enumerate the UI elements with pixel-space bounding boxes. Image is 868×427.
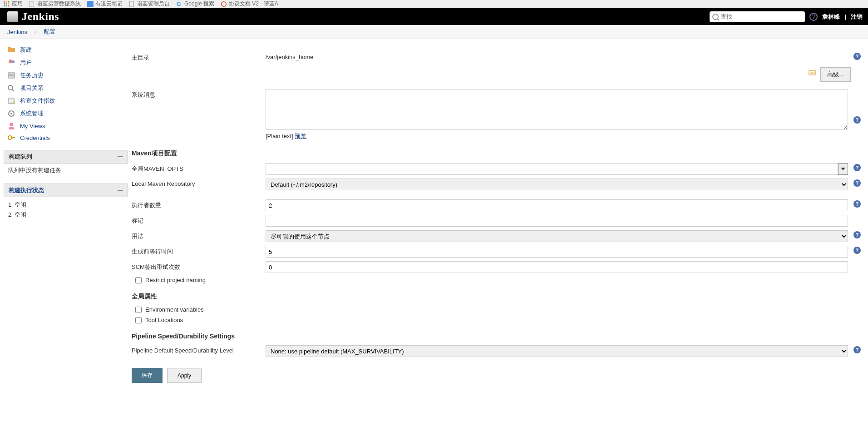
restrict-naming-checkbox[interactable] <box>135 277 142 283</box>
maven-opts-input[interactable] <box>266 163 838 175</box>
sidebar-item-fingerprint[interactable]: 检查文件指纹 <box>4 94 128 107</box>
sidebar-item-credentials[interactable]: Credentials <box>4 132 128 144</box>
preview-link[interactable]: 预览 <box>295 133 306 139</box>
users-icon <box>7 59 16 66</box>
search-box[interactable] <box>710 11 805 22</box>
divider: | <box>844 13 846 20</box>
svg-rect-3 <box>4 3 5 5</box>
svg-rect-0 <box>4 1 5 2</box>
logout-link[interactable]: 注销 <box>851 13 863 21</box>
help-icon[interactable]: ? <box>809 13 818 21</box>
sidebar-item-new[interactable]: 新建 <box>4 44 128 56</box>
usage-select[interactable]: 尽可能的使用这个节点 <box>266 230 848 242</box>
env-vars-checkbox[interactable] <box>135 307 142 313</box>
user-link[interactable]: 詹林峰 <box>822 13 840 21</box>
search-icon <box>7 84 16 92</box>
dropdown-button[interactable] <box>838 163 848 175</box>
jenkins-logo-icon <box>7 11 18 22</box>
apply-label: Apply <box>178 372 191 379</box>
fingerprint-icon <box>7 97 16 104</box>
help-icon[interactable]: ? <box>853 164 861 171</box>
svg-rect-6 <box>4 5 5 6</box>
restrict-naming-row[interactable]: Restrict project naming <box>132 275 861 285</box>
sidebar-item-history[interactable]: 任务历史 <box>4 69 128 82</box>
bookmark-2[interactable]: 谱蓝管理后台 <box>129 0 170 8</box>
collapse-icon[interactable] <box>118 156 123 157</box>
system-message-label: 系统消息 <box>132 89 266 99</box>
sidebar-item-label: 新建 <box>20 46 32 54</box>
header: Jenkins ? 詹林峰 | 注销 <box>0 8 868 25</box>
svg-point-21 <box>8 85 13 90</box>
svg-point-24 <box>13 101 15 104</box>
bookmark-3[interactable]: GGoogle 搜索 <box>176 0 214 8</box>
bookmark-bar: 应用 谱蓝运营数据系统 有道云笔记 谱蓝管理后台 GGoogle 搜索 协议文档… <box>0 0 868 8</box>
env-vars-row[interactable]: Environment variables <box>132 304 861 315</box>
tool-loc-label: Tool Locations <box>145 317 183 323</box>
help-icon[interactable]: ? <box>853 231 861 238</box>
executor-status-title[interactable]: 构建执行状态 <box>9 186 44 194</box>
sidebar-item-label: My Views <box>20 123 45 129</box>
apps-button[interactable]: 应用 <box>4 0 23 8</box>
apps-icon <box>4 1 10 7</box>
plaintext-label: [Plain text] <box>266 133 293 139</box>
svg-rect-10 <box>87 1 94 7</box>
save-button[interactable]: 保存 <box>132 368 163 383</box>
new-icon <box>7 46 16 54</box>
advanced-label: 高级... <box>827 70 844 79</box>
svg-point-17 <box>12 60 15 63</box>
help-icon[interactable]: ? <box>853 346 861 353</box>
label-label: 标记 <box>132 215 266 225</box>
bookmark-0[interactable]: 谱蓝运营数据系统 <box>29 0 81 8</box>
bookmark-4[interactable]: 协议文档 V2 - 谱蓝A <box>221 0 278 8</box>
bookmark-1[interactable]: 有道云笔记 <box>87 0 123 8</box>
svg-point-13 <box>222 1 227 6</box>
system-message-input[interactable] <box>266 89 848 130</box>
usage-label: 用法 <box>132 230 266 240</box>
collapse-icon[interactable] <box>118 190 123 191</box>
local-repo-select[interactable]: Default (~/.m2/repository) <box>266 179 848 190</box>
executors-input[interactable] <box>266 199 848 211</box>
search-input[interactable] <box>719 13 802 20</box>
scm-retry-label: SCM签出重试次数 <box>132 261 266 271</box>
scm-retry-input[interactable] <box>266 261 848 273</box>
sidebar-item-manage[interactable]: 系统管理 <box>4 107 128 120</box>
label-input[interactable] <box>266 215 848 227</box>
search-icon <box>712 14 719 20</box>
sidebar-item-label: 系统管理 <box>20 109 44 118</box>
breadcrumb-current[interactable]: 配置 <box>44 28 55 36</box>
help-icon[interactable]: ? <box>853 200 861 208</box>
svg-rect-4 <box>6 3 7 5</box>
tool-loc-checkbox[interactable] <box>135 317 142 323</box>
advanced-button[interactable]: 高级... <box>820 67 851 82</box>
svg-rect-7 <box>6 5 7 6</box>
svg-point-28 <box>9 127 14 129</box>
svg-rect-11 <box>130 1 134 6</box>
help-icon[interactable]: ? <box>853 247 861 254</box>
breadcrumb: Jenkins › 配置 <box>0 25 868 39</box>
pipeline-section-title: Pipeline Speed/Durability Settings <box>132 333 861 340</box>
note-icon <box>87 1 94 7</box>
svg-point-16 <box>9 60 12 63</box>
help-icon[interactable]: ? <box>853 116 861 124</box>
svg-text:G: G <box>177 1 181 7</box>
key-icon <box>7 134 16 141</box>
help-icon[interactable]: ? <box>853 179 861 187</box>
apply-button[interactable]: Apply <box>167 368 202 383</box>
sidebar-item-label: Credentials <box>20 134 50 141</box>
apps-label: 应用 <box>12 0 23 8</box>
svg-rect-1 <box>6 1 7 2</box>
tool-loc-row[interactable]: Tool Locations <box>132 315 861 325</box>
svg-rect-5 <box>8 3 10 5</box>
svg-rect-15 <box>8 47 11 49</box>
svg-rect-9 <box>30 1 34 6</box>
help-icon[interactable]: ? <box>853 53 861 60</box>
pipeline-level-select[interactable]: None: use pipeline default (MAX_SURVIVAB… <box>266 345 848 357</box>
sidebar-item-relations[interactable]: 项目关系 <box>4 82 128 94</box>
code-icon: </> <box>809 70 816 75</box>
sidebar-item-myviews[interactable]: My Views <box>4 120 128 132</box>
breadcrumb-root[interactable]: Jenkins <box>7 29 27 35</box>
home-dir-value: /var/jenkins_home <box>266 52 848 60</box>
quiet-period-input[interactable] <box>266 246 848 258</box>
jenkins-logo-text[interactable]: Jenkins <box>22 10 59 23</box>
sidebar-item-users[interactable]: 用户 <box>4 56 128 69</box>
